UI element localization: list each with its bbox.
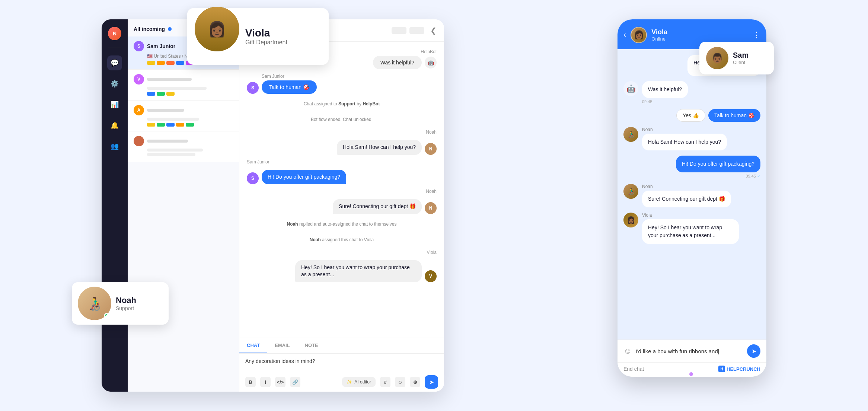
contact4-sub-placeholder [147, 149, 203, 152]
tab-note[interactable]: NOTE [297, 338, 326, 353]
check-icon: ✓ [757, 174, 760, 178]
contact4-sub2-placeholder [147, 153, 195, 156]
client-gift-time: 09.45 ✓ [746, 174, 760, 179]
yes-button-mobile[interactable]: Yes 👍 [676, 109, 705, 122]
bold-button[interactable]: B [245, 377, 256, 387]
mobile-emoji-button[interactable]: ☺ [623, 346, 632, 356]
back-button[interactable]: ‹ [623, 30, 626, 40]
floating-sam-card: 👨🏾 Sam Client [699, 42, 774, 74]
send-button[interactable]: ➤ [425, 375, 438, 389]
sidebar-icon-stats[interactable]: 📊 [107, 97, 122, 112]
helpbot-msg-row: Was it helpful? 🤖 [373, 56, 437, 69]
chat-input-area: CHAT EMAIL NOTE Any decoration ideas in … [239, 338, 444, 392]
bot-icon: 🤖 [425, 57, 437, 68]
attach-button[interactable]: ⊕ [410, 377, 420, 387]
bot-helpful-time: 09.45 [642, 99, 688, 104]
mobile-input-row: ☺ I'd like a box with fun ribbons and| ➤ [623, 344, 760, 358]
helpcrunch-logo: H HELPCRUNCH [718, 366, 760, 372]
sam-avatar: S [134, 41, 144, 51]
chat-text-input[interactable]: Any decoration ideas in mind? [239, 354, 444, 372]
sam-gift-row: S Hi! Do you offer gift packaging? [247, 170, 437, 185]
sam-msg-avatar: S [247, 82, 259, 94]
contact2-sub-placeholder [147, 87, 207, 90]
purple-dot [689, 372, 694, 377]
noah-msg-avatar-1: N [425, 143, 437, 155]
ai-editor-label: AI editor [354, 379, 371, 385]
emoji-button[interactable]: ☺ [395, 377, 405, 387]
sidebar-icon-chat[interactable]: 💬 [107, 55, 122, 70]
system-msg-3: Noah replied and auto-assigned the chat … [247, 222, 437, 227]
noah-avatar-med: 👨‍🦽 [78, 287, 111, 320]
hc-logo-icon: H [718, 366, 725, 372]
hashtag-button[interactable]: # [380, 377, 390, 387]
header-placeholder1 [392, 27, 406, 34]
viola-name: Viola [245, 27, 287, 39]
noah-sender-1: Noah [247, 130, 437, 135]
sidebar: N 💬 ⚙️ 📊 🔔 👥 [102, 19, 128, 392]
mobile-menu-button[interactable]: ⋮ [752, 30, 760, 40]
italic-button[interactable]: I [260, 377, 271, 387]
viola-avatar-large: 👩🏾 [195, 7, 239, 51]
close-icon[interactable]: ❮ [430, 26, 437, 35]
noah-sure-row: N Sure! Connecting our gift dept 🎁 [247, 199, 437, 214]
bot-helpful-bubble: Was it helpful? [642, 81, 688, 98]
noah-hola-mobile-bubble: Hola Sam! How can I help you? [642, 134, 727, 150]
sidebar-icon-settings[interactable]: ⚙️ [107, 76, 122, 91]
sidebar-user-avatar[interactable]: N [108, 27, 121, 40]
helpful-bubble: Was it helpful? [373, 56, 422, 69]
c2-tag-green [157, 92, 165, 96]
noah-hola-row: N Hola Sam! How can I help you? [247, 140, 437, 155]
contact-item-3[interactable]: A [128, 101, 239, 131]
contact3-avatar: A [134, 105, 144, 115]
noah-sender-mobile-2: Noah [642, 184, 731, 189]
c3-t2 [157, 123, 165, 127]
contact3-sub-placeholder [147, 118, 199, 121]
contact-item-2[interactable]: V [128, 70, 239, 101]
input-toolbar: B I </> 🔗 ✨ AI editor # ☺ ⊕ ➤ [239, 372, 444, 392]
contact4-avatar [134, 136, 144, 146]
sidebar-icon-team[interactable]: 👥 [107, 139, 122, 154]
viola-wrap-row: V Hey! So I hear you want to wrap your p… [247, 260, 437, 282]
viola-wrap-bubble: Hey! So I hear you want to wrap your pur… [295, 260, 422, 282]
mobile-agent-name: Viola [651, 28, 748, 36]
contact-item-4[interactable] [128, 131, 239, 162]
sidebar-icon-notifications[interactable]: 🔔 [107, 118, 122, 133]
viola-msg-avatar: V [425, 270, 437, 282]
noah-sender-mobile-1: Noah [642, 127, 727, 132]
c3-t3 [166, 123, 175, 127]
mobile-agent-status: Online [651, 36, 748, 42]
left-panel: 👩🏾 Viola Gift Department 👨‍🦽 Noah Suppor… [102, 19, 444, 392]
contact4-name-placeholder [147, 140, 188, 143]
mobile-agent-avatar: 👩🏾 [631, 27, 647, 43]
sam-float-avatar: 👨🏾 [706, 47, 728, 69]
code-button[interactable]: </> [275, 377, 285, 387]
viola-mobile-avatar: 👩🏾 [623, 213, 638, 227]
c3-t4 [176, 123, 184, 127]
mobile-send-button[interactable]: ➤ [747, 344, 760, 358]
system-msg-1: Chat assigned to Support by HelpBot [247, 101, 437, 106]
link-button[interactable]: 🔗 [290, 377, 300, 387]
tab-chat[interactable]: CHAT [239, 338, 267, 353]
noah-msg-avatar-2: N [425, 202, 437, 214]
end-chat-link[interactable]: End chat [623, 366, 644, 372]
mobile-text-input[interactable]: I'd like a box with fun ribbons and| [635, 348, 743, 354]
tab-email[interactable]: EMAIL [267, 338, 297, 353]
chat-area: ❮ HelpBot Was it helpful? 🤖 S Sam Junior… [239, 19, 444, 392]
ai-editor-button[interactable]: ✨ AI editor [342, 377, 376, 387]
noah-sure-mobile-bubble: Sure! Connecting our gift dept 🎁 [642, 191, 731, 207]
sam-sender-2: Sam Junior [247, 159, 437, 165]
talk-human-button-mobile[interactable]: Talk to human 🎯 [708, 109, 760, 122]
sam-talk-btn-row: S Sam Junior Talk to human 🎯 [247, 74, 437, 94]
c2-tag-blue [147, 92, 155, 96]
bot-avatar-mobile: 🤖 [623, 81, 638, 96]
talk-to-human-button[interactable]: Talk to human 🎯 [262, 80, 317, 94]
client-gift-mobile-bubble: Hi! Do you offer gift packaging? [676, 156, 760, 172]
contact2-avatar: V [134, 74, 144, 85]
c3-t5 [186, 123, 194, 127]
c2-tag-yellow [166, 92, 175, 96]
contact-list: All incoming S Sam Junior 🇺🇸 United Stat… [128, 19, 239, 392]
right-panel: 👨🏾 Sam Client ‹ 👩🏾 Viola Online ⋮ Here's… [618, 19, 766, 392]
noah-role: Support [116, 305, 136, 311]
contact2-name-placeholder [147, 78, 192, 81]
ai-sparkle-icon: ✨ [347, 379, 352, 385]
